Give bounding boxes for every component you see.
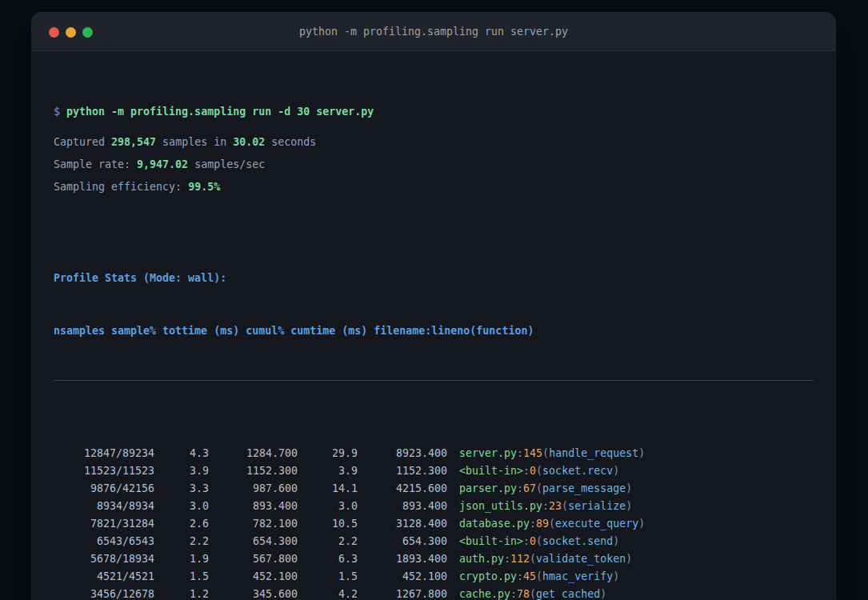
text-segment: execute_query: [555, 518, 638, 530]
text-segment: 99.5%: [188, 181, 220, 193]
stat-row: 8934/89343.0893.4003.0893.400json_utils.…: [54, 498, 814, 515]
text-segment: parser.py: [459, 482, 517, 494]
text-segment: 67: [523, 482, 536, 494]
stat-row: 5678/189341.9567.8006.31893.400auth.py:1…: [54, 550, 814, 568]
stat-cell: 1.2: [154, 586, 209, 600]
text-segment: Captured: [54, 136, 111, 148]
text-segment: ): [626, 553, 632, 565]
stat-location: server.py:145(handle_request): [459, 445, 645, 462]
stat-cell: 1.5: [298, 568, 358, 586]
stat-location: parser.py:67(parse_message): [459, 480, 632, 498]
text-segment: get_cached: [536, 588, 600, 600]
terminal-line: Sample rate: 9,947.02 samples/sec: [54, 156, 814, 174]
terminal-window: python -m profiling.sampling run server.…: [32, 13, 835, 600]
close-button[interactable]: [49, 27, 59, 38]
stat-location: json_utils.py:23(serialize): [459, 498, 632, 515]
stat-row: 3456/126781.2345.6004.21267.800cache.py:…: [54, 586, 814, 600]
stat-cell: 3.9: [298, 462, 358, 480]
text-segment: 23: [549, 500, 562, 512]
text-segment: socket.recv: [542, 465, 613, 477]
text-segment: (: [562, 500, 568, 512]
minimize-button[interactable]: [66, 27, 76, 38]
stat-cell: 893.400: [209, 498, 298, 515]
text-segment: server.py: [459, 447, 517, 459]
text-segment: handle_request: [549, 447, 638, 459]
text-segment: serialize: [568, 500, 626, 512]
stat-cell: 345.600: [209, 586, 298, 600]
text-segment: 0: [530, 535, 536, 547]
stat-cell: 3456/12678: [54, 586, 154, 600]
stat-row: 12847/892344.31284.70029.98923.400server…: [54, 445, 814, 462]
text-segment: :: [517, 482, 523, 494]
stat-cell: 1284.700: [209, 445, 298, 462]
terminal-line: Sampling efficiency: 99.5%: [54, 178, 814, 196]
text-segment: seconds: [265, 136, 316, 148]
stat-row: 4521/45211.5452.1001.5452.100crypto.py:4…: [54, 568, 814, 586]
text-segment: :: [517, 447, 523, 459]
stat-cell: 3128.400: [358, 515, 447, 533]
text-segment: Sampling efficiency:: [54, 181, 188, 193]
stat-cell: 7821/31284: [54, 515, 154, 533]
text-segment: (: [530, 553, 536, 565]
stat-cell: 12847/89234: [54, 445, 154, 462]
stat-cell: 452.100: [358, 568, 447, 586]
stat-cell: 987.600: [209, 480, 298, 498]
titlebar: python -m profiling.sampling run server.…: [32, 13, 835, 51]
stat-location: crypto.py:45(hmac_verify): [459, 568, 619, 586]
stat-cell: 567.800: [209, 550, 298, 568]
stat-cell: 1.9: [154, 550, 209, 568]
maximize-button[interactable]: [82, 27, 93, 38]
stat-cell: 4.2: [298, 586, 358, 600]
stat-row: 6543/65432.2654.3002.2654.300<built-in>:…: [54, 533, 814, 550]
stat-cell: 782.100: [209, 515, 298, 533]
text-segment: ): [626, 500, 632, 512]
stat-cell: 8934/8934: [54, 498, 154, 515]
stat-cell: 4215.600: [358, 480, 447, 498]
text-segment: ): [638, 518, 645, 530]
intro-lines: $ python -m profiling.sampling run -d 30…: [54, 103, 814, 196]
stat-cell: 3.0: [154, 498, 209, 515]
text-segment: 45: [523, 570, 536, 582]
stat-cell: 1.5: [154, 568, 209, 586]
terminal-content: $ python -m profiling.sampling run -d 30…: [32, 51, 835, 600]
text-segment: 0: [530, 465, 536, 477]
stat-cell: 4521/4521: [54, 568, 154, 586]
text-segment: ): [613, 570, 619, 582]
text-segment: <built-in>: [459, 465, 523, 477]
text-segment: 78: [517, 588, 530, 600]
text-segment: 9,947.02: [137, 158, 188, 170]
text-segment: Sample rate:: [54, 158, 137, 170]
stat-location: auth.py:112(validate_token): [459, 550, 632, 568]
stat-location: <built-in>:0(socket.recv): [459, 462, 619, 480]
terminal-line: $ python -m profiling.sampling run -d 30…: [54, 103, 814, 121]
stat-cell: 893.400: [358, 498, 447, 515]
window-controls: [49, 13, 93, 51]
stat-cell: 3.3: [154, 480, 209, 498]
text-segment: 298,547: [111, 136, 156, 148]
stat-cell: 452.100: [209, 568, 298, 586]
text-segment: python -m profiling.sampling run -d 30 s…: [66, 106, 374, 118]
text-segment: (: [536, 535, 542, 547]
text-segment: :: [542, 500, 549, 512]
text-segment: 112: [510, 553, 530, 565]
text-segment: (: [536, 482, 542, 494]
text-segment: ): [600, 588, 606, 600]
terminal-line: Captured 298,547 samples in 30.02 second…: [54, 134, 814, 151]
stat-cell: 654.300: [358, 533, 447, 550]
text-segment: (: [542, 447, 549, 459]
text-segment: 89: [536, 518, 549, 530]
stat-cell: 8923.400: [358, 445, 447, 462]
stat-location: cache.py:78(get_cached): [459, 586, 606, 600]
stat-cell: 2.2: [154, 533, 209, 550]
stat-cell: 9876/42156: [54, 480, 154, 498]
desktop: { "window": { "title": "python -m profil…: [0, 0, 868, 600]
stat-cell: 4.3: [154, 445, 209, 462]
stat-cell: 6.3: [298, 550, 358, 568]
stat-cell: 1152.300: [358, 462, 447, 480]
stat-cell: 3.9: [154, 462, 209, 480]
stat-cell: 11523/11523: [54, 462, 154, 480]
window-title: python -m profiling.sampling run server.…: [32, 26, 835, 38]
text-segment: 30.02: [233, 136, 265, 148]
text-segment: crypto.py: [459, 570, 517, 582]
text-segment: ): [613, 465, 619, 477]
